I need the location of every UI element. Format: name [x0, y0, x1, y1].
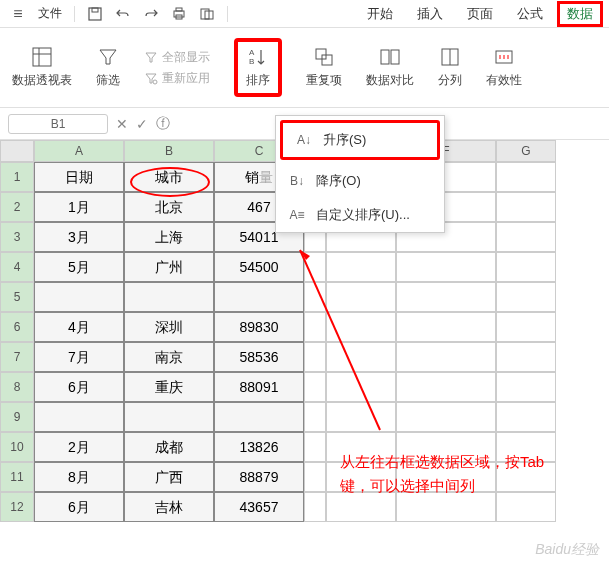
cell[interactable]	[34, 402, 124, 432]
cell[interactable]: 88091	[214, 372, 304, 402]
sort-custom[interactable]: A≡ 自定义排序(U)...	[276, 198, 444, 232]
cell[interactable]: 广西	[124, 462, 214, 492]
more-icon[interactable]	[195, 2, 219, 26]
redo-icon[interactable]	[139, 2, 163, 26]
svg-rect-16	[391, 50, 399, 64]
cell[interactable]	[214, 402, 304, 432]
fx-icon[interactable]: ⓕ	[156, 115, 170, 133]
tab-start[interactable]: 开始	[357, 1, 403, 27]
show-all-icon	[144, 50, 158, 64]
cell[interactable]: 成都	[124, 432, 214, 462]
cell[interactable]: 6月	[34, 372, 124, 402]
cell[interactable]: 43657	[214, 492, 304, 522]
validity-button[interactable]: 有效性	[486, 46, 522, 89]
row-header[interactable]: 1	[0, 162, 34, 192]
save-icon[interactable]	[83, 2, 107, 26]
row-header[interactable]: 9	[0, 402, 34, 432]
sort-button[interactable]: AB 排序	[234, 38, 282, 97]
cell[interactable]: 13826	[214, 432, 304, 462]
cell[interactable]: 深圳	[124, 312, 214, 342]
validity-label: 有效性	[486, 72, 522, 89]
sort-asc[interactable]: A↓ 升序(S)	[280, 120, 440, 160]
menu-icon[interactable]: ≡	[6, 2, 30, 26]
compare-button[interactable]: 数据对比	[366, 46, 414, 89]
row-header[interactable]: 5	[0, 282, 34, 312]
confirm-icon[interactable]: ✓	[136, 116, 148, 132]
pivot-icon	[31, 46, 53, 68]
cell[interactable]: 北京	[124, 192, 214, 222]
cell[interactable]: 6月	[34, 492, 124, 522]
tab-formula[interactable]: 公式	[507, 1, 553, 27]
print-icon[interactable]	[167, 2, 191, 26]
col-header[interactable]: G	[496, 140, 556, 162]
cell[interactable]: 5月	[34, 252, 124, 282]
tab-page[interactable]: 页面	[457, 1, 503, 27]
validity-icon	[493, 46, 515, 68]
sort-desc[interactable]: B↓ 降序(O)	[276, 164, 444, 198]
compare-label: 数据对比	[366, 72, 414, 89]
cell[interactable]: 城市	[124, 162, 214, 192]
split-icon	[439, 46, 461, 68]
svg-rect-15	[381, 50, 389, 64]
row-header[interactable]: 10	[0, 432, 34, 462]
cell[interactable]	[214, 282, 304, 312]
watermark: Baidu经验	[535, 541, 599, 559]
cell[interactable]: 58536	[214, 342, 304, 372]
row-header[interactable]: 8	[0, 372, 34, 402]
cell[interactable]: 吉林	[124, 492, 214, 522]
cell[interactable]: 3月	[34, 222, 124, 252]
cell[interactable]: 88879	[214, 462, 304, 492]
select-all-corner[interactable]	[0, 140, 34, 162]
cell[interactable]	[124, 402, 214, 432]
duplicate-label: 重复项	[306, 72, 342, 89]
annotation-text: 从左往右框选数据区域，按Tab键，可以选择中间列	[340, 450, 570, 498]
svg-rect-13	[316, 49, 326, 59]
cell[interactable]: 日期	[34, 162, 124, 192]
pivot-label: 数据透视表	[12, 72, 72, 89]
row-header[interactable]: 2	[0, 192, 34, 222]
row-header[interactable]: 12	[0, 492, 34, 522]
col-header[interactable]: A	[34, 140, 124, 162]
undo-icon[interactable]	[111, 2, 135, 26]
pivot-button[interactable]: 数据透视表	[12, 46, 72, 89]
svg-rect-14	[322, 55, 332, 65]
duplicate-button[interactable]: 重复项	[306, 46, 342, 89]
file-menu[interactable]: 文件	[34, 5, 66, 22]
cell[interactable]: 89830	[214, 312, 304, 342]
svg-text:A: A	[249, 48, 255, 57]
cell[interactable]: 上海	[124, 222, 214, 252]
row-header[interactable]: 11	[0, 462, 34, 492]
cell[interactable]: 2月	[34, 432, 124, 462]
svg-rect-3	[176, 8, 182, 11]
cell[interactable]: 4月	[34, 312, 124, 342]
filter-icon	[97, 46, 119, 68]
row-header[interactable]: 7	[0, 342, 34, 372]
cancel-icon[interactable]: ✕	[116, 116, 128, 132]
show-all-button[interactable]: 全部显示	[144, 49, 210, 66]
row-header[interactable]: 6	[0, 312, 34, 342]
row-header[interactable]: 3	[0, 222, 34, 252]
tab-data[interactable]: 数据	[557, 1, 603, 27]
reapply-button[interactable]: 重新应用	[144, 70, 210, 87]
cell[interactable]: 54500	[214, 252, 304, 282]
cell[interactable]: 7月	[34, 342, 124, 372]
custom-sort-icon: A≡	[288, 206, 306, 224]
cell[interactable]	[34, 282, 124, 312]
cell[interactable]	[124, 282, 214, 312]
row-header[interactable]: 4	[0, 252, 34, 282]
compare-icon	[379, 46, 401, 68]
split-button[interactable]: 分列	[438, 46, 462, 89]
filter-button[interactable]: 筛选	[96, 46, 120, 89]
filter-label: 筛选	[96, 72, 120, 89]
col-header[interactable]: B	[124, 140, 214, 162]
cell[interactable]: 南京	[124, 342, 214, 372]
split-label: 分列	[438, 72, 462, 89]
cell[interactable]: 广州	[124, 252, 214, 282]
menu-bar: ≡ 文件 开始 插入 页面 公式 数据	[0, 0, 609, 28]
tab-insert[interactable]: 插入	[407, 1, 453, 27]
cell[interactable]: 8月	[34, 462, 124, 492]
cell[interactable]: 重庆	[124, 372, 214, 402]
cell-reference[interactable]: B1	[8, 114, 108, 134]
svg-text:B: B	[249, 57, 254, 66]
cell[interactable]: 1月	[34, 192, 124, 222]
